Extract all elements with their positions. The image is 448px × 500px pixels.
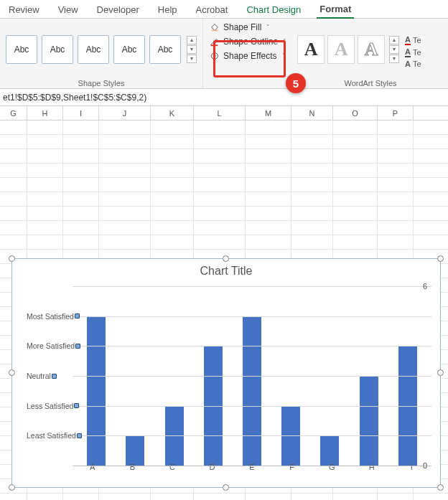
ribbon: Abc Abc Abc Abc Abc ▴ ▾ ▾ Shape Styles S… — [0, 19, 448, 89]
resize-handle[interactable] — [223, 484, 229, 491]
column-headers: GHIJKLMNOP — [0, 106, 448, 121]
shape-style-2[interactable]: Abc — [42, 35, 73, 64]
plot-area[interactable]: ABCDEFGHI 06Most SatisfiedMore Satisfied… — [27, 286, 434, 474]
svg-rect-0 — [212, 30, 218, 32]
svg-point-3 — [213, 55, 216, 57]
column-header[interactable]: I — [63, 106, 99, 120]
shape-style-gallery[interactable]: Abc Abc Abc Abc Abc ▴ ▾ ▾ — [6, 22, 197, 77]
x-tick: H — [352, 463, 392, 474]
paint-bucket-icon — [210, 22, 220, 32]
y-tick: 0 — [423, 461, 427, 470]
formula-bar[interactable]: et1!$D$5:$D$9,Sheet1!$C$5:$C$9,2) — [0, 89, 448, 106]
wordart-style-3[interactable]: A — [358, 35, 385, 64]
ribbon-tabs: Review View Developer Help Acrobat Chart… — [0, 0, 448, 19]
bar[interactable] — [243, 316, 261, 466]
gallery-up-icon[interactable]: ▴ — [389, 36, 399, 44]
column-header[interactable]: K — [151, 106, 194, 120]
gallery-more-icon[interactable]: ▾ — [187, 55, 197, 63]
shape-styles-group-label: Shape Styles — [6, 77, 197, 88]
shape-style-1[interactable]: Abc — [6, 35, 37, 64]
gallery-down-icon[interactable]: ▾ — [389, 45, 399, 54]
x-tick: A — [73, 463, 113, 474]
chart-title[interactable]: Chart Title — [12, 259, 440, 280]
resize-handle[interactable] — [9, 484, 15, 491]
secondary-axis-label[interactable]: More Satisfied — [27, 341, 80, 350]
column-header[interactable]: N — [291, 106, 333, 120]
wordart-style-2[interactable]: A — [327, 35, 355, 64]
shape-format-column: Shape Fill˅ Shape Outline˅ Shape Effects… — [203, 19, 293, 88]
resize-handle[interactable] — [9, 255, 15, 262]
bar[interactable] — [360, 376, 378, 466]
tab-help[interactable]: Help — [155, 1, 180, 18]
column-header[interactable]: O — [333, 106, 378, 120]
wordart-styles-group-label: WordArt Styles — [297, 77, 444, 88]
text-effects-button[interactable]: ATe — [405, 60, 421, 68]
resize-handle[interactable] — [437, 484, 444, 491]
wordart-style-1[interactable]: A — [297, 35, 325, 64]
y-tick: 6 — [423, 282, 427, 291]
resize-handle[interactable] — [223, 255, 229, 262]
shape-style-4[interactable]: Abc — [113, 35, 145, 64]
chevron-down-icon: ˅ — [282, 52, 286, 60]
x-tick: D — [192, 463, 233, 474]
worksheet[interactable]: GHIJKLMNOP Chart Title ABCDEFGHI 06Most … — [0, 106, 448, 500]
column-header[interactable]: J — [99, 106, 151, 120]
pen-outline-icon — [210, 37, 220, 47]
x-tick: C — [152, 463, 192, 474]
chevron-down-icon: ˅ — [283, 38, 286, 45]
shape-outline-button[interactable]: Shape Outline˅ — [206, 35, 290, 48]
tab-developer[interactable]: Developer — [94, 1, 142, 18]
column-header[interactable]: M — [246, 106, 291, 120]
x-tick: E — [232, 463, 272, 474]
bar[interactable] — [320, 435, 339, 466]
shape-style-3[interactable]: Abc — [78, 35, 109, 64]
x-tick: G — [312, 463, 352, 474]
secondary-axis-label[interactable]: Neutral — [27, 372, 57, 380]
column-header[interactable]: L — [194, 106, 246, 120]
tab-chart-design[interactable]: Chart Design — [243, 1, 304, 18]
gallery-down-icon[interactable]: ▾ — [187, 45, 197, 54]
resize-handle[interactable] — [9, 369, 15, 376]
gallery-up-icon[interactable]: ▴ — [187, 36, 197, 44]
text-fill-button[interactable]: ATe — [405, 35, 421, 45]
shape-effects-button[interactable]: Shape Effects˅ — [206, 49, 290, 62]
x-axis: ABCDEFGHI — [73, 463, 431, 474]
tab-view[interactable]: View — [55, 1, 81, 18]
effects-icon — [210, 51, 220, 61]
tab-review[interactable]: Review — [6, 1, 42, 18]
shape-style-5[interactable]: Abc — [149, 35, 181, 64]
column-header[interactable]: G — [0, 106, 27, 120]
column-header[interactable]: P — [378, 106, 414, 120]
x-tick: B — [113, 463, 153, 474]
tab-format[interactable]: Format — [317, 1, 354, 19]
tab-acrobat[interactable]: Acrobat — [193, 1, 231, 18]
x-tick: F — [272, 463, 312, 474]
embedded-chart[interactable]: Chart Title ABCDEFGHI 06Most SatisfiedMo… — [11, 258, 441, 488]
gallery-more-icon[interactable]: ▾ — [389, 55, 399, 63]
svg-rect-1 — [211, 44, 218, 46]
resize-handle[interactable] — [437, 369, 444, 376]
shape-fill-button[interactable]: Shape Fill˅ — [206, 21, 290, 34]
column-header[interactable]: H — [27, 106, 63, 120]
secondary-axis-label[interactable]: Less Satisfied — [27, 402, 79, 410]
bar[interactable] — [87, 316, 106, 466]
secondary-axis-label[interactable]: Least Satisfied — [27, 431, 82, 440]
text-outline-button[interactable]: ATe — [405, 47, 421, 57]
secondary-axis-label[interactable]: Most Satisfied — [27, 312, 80, 321]
chevron-down-icon: ˅ — [266, 24, 270, 31]
bar[interactable] — [126, 435, 144, 466]
resize-handle[interactable] — [437, 255, 444, 262]
